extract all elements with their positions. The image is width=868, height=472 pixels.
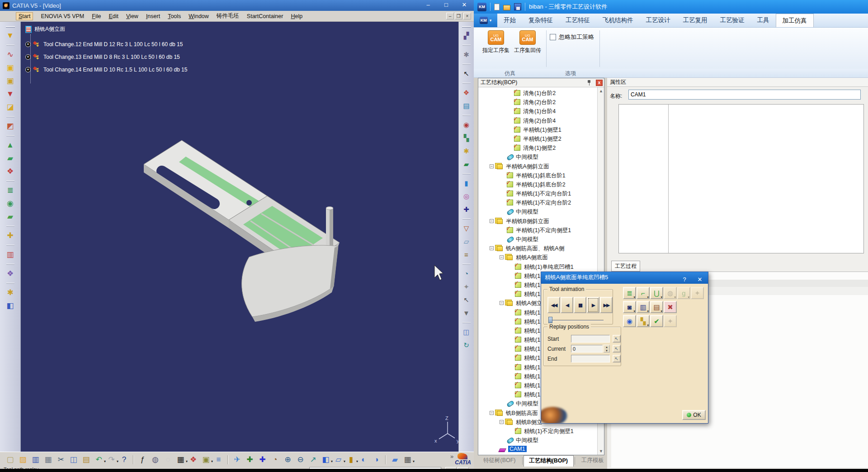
toolpath-segments-icon[interactable]: ⋃▾ (650, 287, 663, 299)
pin-icon[interactable] (587, 80, 591, 86)
thread-milling-icon[interactable]: ✱ (5, 288, 16, 298)
view-tab-3[interactable]: 工序模板 (576, 455, 609, 467)
profile-contour-icon[interactable]: ∿ (5, 50, 16, 60)
close-button[interactable]: ✕ (458, 1, 470, 8)
ribbon-tab-加工仿真[interactable]: 加工仿真 (776, 14, 814, 27)
facing-icon[interactable]: ◪ (5, 102, 16, 112)
rework-area-icon[interactable]: ▥ (5, 250, 16, 260)
rewind-button[interactable]: ◀◀ (547, 297, 560, 313)
panel-close-icon[interactable]: x (596, 80, 603, 86)
tool-change-item[interactable]: +↯Tool Change.13 End Mill D 8 Rc 3 L 100… (25, 53, 180, 61)
display-toolpath-icon[interactable]: ≣▾ (623, 287, 636, 299)
tap-drilling-icon[interactable]: ▼ (5, 31, 16, 41)
dialog-close-button[interactable]: ✕ (696, 274, 703, 285)
tree-node-icon[interactable]: + (25, 42, 31, 47)
tree-item[interactable]: 精铣(1)不定向侧壁1 (478, 427, 597, 436)
nc-output-icon[interactable]: ◉ (462, 120, 472, 130)
menu-startcontainer[interactable]: StartContainer (247, 13, 283, 19)
compass-icon[interactable]: ◔ (462, 269, 472, 279)
new-file-icon[interactable] (494, 4, 500, 10)
opset-return-button[interactable]: UG CAM 工序集回传 (513, 30, 542, 54)
menu-start[interactable]: Start (16, 12, 33, 20)
toolbar-overflow-icon[interactable]: » (450, 452, 453, 460)
filter-icon[interactable]: ▼ (462, 308, 472, 318)
menu-edit[interactable]: Edit (108, 13, 118, 19)
fit-all-icon[interactable]: ✚ (244, 454, 255, 465)
tree-item[interactable]: 精铣(1)单纯底凹槽1 (478, 262, 597, 272)
mdi-close[interactable]: × (463, 13, 471, 19)
start-field[interactable] (571, 335, 610, 343)
3d-viewport[interactable]: Z x y 精铣A侧立面 +↯Tool Change.12 End Mill D… (21, 22, 458, 452)
iso-view-icon[interactable]: ▱ (333, 454, 344, 465)
checkbox-box[interactable] (550, 34, 556, 40)
menu-insert[interactable]: Insert (146, 13, 160, 19)
multilevel-icon[interactable]: ≣ (5, 186, 16, 195)
end-field[interactable] (571, 355, 610, 362)
collapse-icon[interactable]: − (490, 219, 494, 223)
update-icon[interactable]: ↻ (462, 340, 472, 350)
slider-thumb[interactable] (548, 317, 552, 323)
tree-item[interactable]: 中间模型 (478, 153, 597, 162)
current-field[interactable] (571, 345, 603, 353)
sweep-blue-icon[interactable]: ◧ (5, 301, 16, 311)
magnet-icon[interactable]: ▽ (462, 224, 472, 234)
ribbon-tab-飞机结构件[interactable]: 飞机结构件 (596, 14, 640, 27)
spec-tree-root[interactable]: 精铣A侧立面 (25, 25, 65, 33)
tree-item[interactable]: 清角(1)台阶2 (478, 89, 597, 98)
tree-item[interactable]: 半精铣(1)斜底台阶1 (478, 171, 597, 180)
tree-item[interactable]: 中间模型 (478, 207, 597, 216)
sweeping-icon[interactable]: ▰ (5, 153, 16, 163)
video-replay-icon[interactable]: ◙▾ (623, 301, 636, 313)
scroll-up-icon[interactable]: ▲ (599, 89, 603, 93)
ignore-strategy-checkbox[interactable]: 忽略加工策略 (550, 33, 594, 41)
menu-view[interactable]: View (126, 13, 138, 19)
help-cursor-icon[interactable]: ? (118, 454, 130, 465)
copy-icon[interactable]: ◫ (68, 454, 79, 465)
process-tab[interactable]: 工艺过程 (611, 261, 640, 272)
redo-icon[interactable]: ↷ (106, 454, 117, 465)
report-icon[interactable]: ▤▾ (650, 301, 663, 313)
menu-tools[interactable]: Tools (168, 13, 181, 19)
tree-item[interactable]: 中间模型 (478, 235, 597, 244)
spiral-milling-icon[interactable]: ◉ (5, 199, 16, 209)
pocketing-alt-icon[interactable]: ▣ (5, 76, 16, 86)
view-tab-2[interactable]: 工艺结构(BOP) (524, 455, 574, 467)
link-nodes-icon[interactable]: ❖ (188, 454, 199, 465)
tree-item[interactable]: 半精铣(1)不定向台阶2 (478, 198, 597, 207)
annotation-icon[interactable]: ◍ (150, 454, 161, 465)
ribbon-tab-复杂特征[interactable]: 复杂特征 (522, 14, 559, 27)
knowledge-icon[interactable]: ✦ (462, 282, 472, 292)
stock-layers-icon[interactable]: ▚ (462, 133, 472, 143)
minimize-button[interactable]: – (422, 1, 434, 8)
tool-gear-icon[interactable]: ✱ (462, 50, 472, 60)
lock-icon[interactable]: ▣ (200, 454, 212, 465)
save-file-icon[interactable] (514, 3, 521, 10)
ribbon-tab-工艺复用[interactable]: 工艺复用 (677, 14, 714, 27)
app-menu-button[interactable]: KM▾ (474, 14, 497, 27)
machine-setup-icon[interactable]: ❖ (462, 88, 472, 98)
quick-view-icon[interactable]: ◧ (320, 454, 331, 465)
tree-item[interactable]: 半精铣(1)侧壁2 (478, 134, 597, 143)
save-icon[interactable]: ▥ (30, 454, 41, 465)
dialog-help-button[interactable]: ? (681, 274, 688, 285)
material-blocks-icon[interactable]: ▚▾ (637, 315, 650, 327)
forward-button[interactable]: ▶▶ (600, 297, 613, 313)
collapse-icon[interactable]: − (500, 255, 504, 259)
snapshot-icon[interactable]: ◉ (623, 315, 636, 327)
fly-mode-icon[interactable]: ✈ (231, 454, 243, 465)
tree-node-icon[interactable]: + (25, 54, 31, 60)
tool-change-item[interactable]: +↯Tool Change.12 End Mill D 12 Rc 3 L 10… (25, 41, 183, 48)
menu-window[interactable]: Window (189, 13, 208, 19)
machine-simulation-icon[interactable]: ▞ (462, 31, 472, 41)
tool-change-item[interactable]: +↯Tool Change.14 End Mill D 10 Rc 1.5 L … (25, 66, 187, 73)
view-tab-1[interactable]: 特征树(BOF) (478, 455, 521, 467)
save-video-icon[interactable]: ▥▾ (637, 301, 650, 313)
step-back-button[interactable]: ◀ (561, 297, 573, 313)
ok-button[interactable]: OK (682, 410, 706, 420)
paste-icon[interactable]: ▤ (80, 454, 92, 465)
tool-catalog-icon[interactable]: ✱ (462, 146, 472, 156)
collapse-icon[interactable]: − (500, 420, 504, 424)
ribbon-tab-开始[interactable]: 开始 (497, 14, 522, 27)
name-input[interactable] (628, 90, 861, 100)
cut-icon[interactable]: ✂ (55, 454, 66, 465)
